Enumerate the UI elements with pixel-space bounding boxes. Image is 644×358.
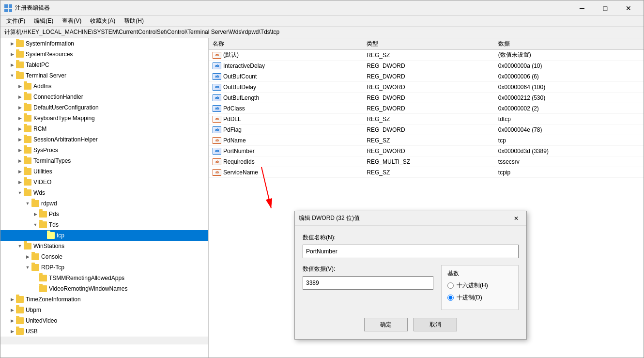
svg-rect-3 (9, 9, 12, 12)
tree-item-USB[interactable]: USB (0, 326, 208, 337)
ok-button[interactable]: 确定 (364, 318, 408, 331)
tree-item-SessionArbitrationHelper[interactable]: SessionArbitrationHelper (0, 134, 208, 145)
folder-icon-KeyboardTypeMapping (24, 115, 31, 122)
tree-label-WinStations: WinStations (33, 243, 64, 249)
close-button[interactable]: ✕ (617, 0, 640, 16)
expand-arrow-TerminalServer[interactable] (8, 72, 16, 79)
menu-edit[interactable]: 编辑(E) (30, 16, 57, 27)
cell-data-1: 0x0000000a (10) (494, 61, 644, 71)
tree-item-RCM[interactable]: RCM (0, 124, 208, 134)
menu-file[interactable]: 文件(F) (2, 16, 29, 27)
table-row[interactable]: abPdClassREG_DWORD0x00000002 (2) (209, 103, 644, 114)
tree-label-SysProcs: SysProcs (33, 147, 58, 154)
expand-arrow-ConnectionHandler[interactable] (16, 93, 24, 101)
table-row[interactable]: ab(默认)REG_SZ(数值未设置) (209, 50, 644, 61)
tree-item-SystemInformation[interactable]: SystemInformation (0, 38, 208, 49)
expand-arrow-Ubpm[interactable] (8, 306, 16, 314)
dec-radio-label[interactable]: 十进制(D) (447, 294, 512, 302)
table-row[interactable]: abPdDLLREG_SZtdtcp (209, 114, 644, 125)
expand-arrow-TimeZoneInformation[interactable] (8, 296, 16, 303)
tree-item-rdpwd[interactable]: rdpwd (0, 198, 208, 209)
dialog-close-button[interactable]: ✕ (510, 213, 522, 224)
tree-item-Wds[interactable]: Wds (0, 187, 208, 198)
expand-arrow-Console[interactable] (24, 253, 31, 261)
expand-arrow-WinStations[interactable] (16, 242, 24, 250)
cell-type-9: REG_DWORD (363, 146, 494, 156)
tree-item-Tds[interactable]: Tds (0, 219, 208, 230)
menu-favorites[interactable]: 收藏夹(A) (86, 16, 119, 27)
tree-item-Ubpm[interactable]: Ubpm (0, 305, 208, 315)
tree-item-tcp[interactable]: tcp (0, 230, 208, 241)
expand-arrow-UnitedVideo[interactable] (8, 317, 16, 325)
tree-item-DefaultUserConfiguration[interactable]: DefaultUserConfiguration (0, 102, 208, 113)
table-row[interactable]: abInteractiveDelayREG_DWORD0x0000000a (1… (209, 61, 644, 71)
table-row[interactable]: abOutBufLengthREG_DWORD0x00000212 (530) (209, 93, 644, 103)
minimize-button[interactable]: ─ (571, 0, 593, 16)
registry-tree[interactable]: SystemInformationSystemResourcesTabletPC… (0, 38, 209, 358)
tree-item-Console[interactable]: Console (0, 251, 208, 262)
tree-item-SystemResources[interactable]: SystemResources (0, 49, 208, 60)
tree-item-TerminalTypes[interactable]: TerminalTypes (0, 156, 208, 166)
folder-icon-DefaultUserConfiguration (24, 104, 31, 111)
cell-name-2: abOutBufCount (209, 71, 363, 82)
expand-arrow-DefaultUserConfiguration[interactable] (16, 104, 24, 111)
tree-item-VideoRemotingWindowNames[interactable]: VideoRemotingWindowNames (0, 283, 208, 294)
name-text: PdDLL (223, 116, 241, 123)
tree-label-Wds: Wds (33, 189, 45, 196)
value-input[interactable] (303, 276, 433, 290)
cancel-button[interactable]: 取消 (414, 318, 457, 331)
table-row[interactable]: abRequiredIdsREG_MULTI_SZtssecsrv (209, 156, 644, 167)
expand-arrow-RDP-Tcp[interactable] (24, 264, 31, 271)
expand-arrow-rdpwd[interactable] (24, 200, 31, 207)
expand-arrow-SystemResources[interactable] (8, 50, 16, 58)
menu-view[interactable]: 查看(V) (58, 16, 85, 27)
dec-radio[interactable] (447, 295, 454, 301)
tree-item-SysProcs[interactable]: SysProcs (0, 145, 208, 156)
tree-item-UnitedVideo[interactable]: UnitedVideo (0, 315, 208, 326)
tree-item-VIDEO[interactable]: VIDEO (0, 177, 208, 187)
expand-arrow-VIDEO[interactable] (16, 178, 24, 186)
name-text: PdName (223, 137, 246, 144)
tree-item-TimeZoneInformation[interactable]: TimeZoneInformation (0, 294, 208, 305)
table-row[interactable]: abServiceNameREG_SZtcpip (209, 167, 644, 178)
tree-item-Pds[interactable]: Pds (0, 209, 208, 219)
expand-arrow-SessionArbitrationHelper[interactable] (16, 136, 24, 143)
tree-item-TerminalServer[interactable]: Terminal Server (0, 70, 208, 81)
hex-radio-label[interactable]: 十六进制(H) (447, 281, 512, 290)
tree-item-WinStations[interactable]: WinStations (0, 241, 208, 251)
tree-item-TSMMRemotingAllowedApps[interactable]: TSMMRemotingAllowedApps (0, 273, 208, 283)
expand-arrow-TabletPC[interactable] (8, 61, 16, 69)
table-row[interactable]: abOutBufCountREG_DWORD0x00000006 (6) (209, 71, 644, 82)
dword-dialog[interactable]: 编辑 DWORD (32 位)值 ✕ 数值名称(N): 数值数据(V): 基数 … (294, 211, 527, 340)
tree-item-ConnectionHandler[interactable]: ConnectionHandler (0, 92, 208, 102)
hex-radio[interactable] (447, 282, 454, 289)
tree-item-KeyboardTypeMapping[interactable]: KeyboardType Mapping (0, 113, 208, 124)
name-input[interactable] (303, 245, 519, 258)
expand-arrow-SystemInformation[interactable] (8, 40, 16, 47)
horizontal-scrollbar[interactable] (0, 337, 208, 344)
breadcrumb-text: 计算机\HKEY_LOCAL_MACHINE\SYSTEM\CurrentCon… (4, 28, 279, 36)
table-row[interactable]: abPdFlagREG_DWORD0x0000004e (78) (209, 125, 644, 135)
tree-item-RDP-Tcp[interactable]: RDP-Tcp (0, 262, 208, 273)
table-row[interactable]: abPdNameREG_SZtcp (209, 135, 644, 146)
expand-arrow-Pds[interactable] (31, 210, 39, 218)
expand-arrow-RCM[interactable] (16, 125, 24, 133)
expand-arrow-tcp (39, 232, 47, 239)
dialog-title-bar: 编辑 DWORD (32 位)值 ✕ (295, 211, 526, 226)
table-row[interactable]: abOutBufDelayREG_DWORD0x00000064 (100) (209, 82, 644, 93)
maximize-button[interactable]: □ (594, 0, 616, 16)
table-row[interactable]: abPortNumberREG_DWORD0x00000d3d (3389) (209, 146, 644, 156)
tree-item-AddIns[interactable]: AddIns (0, 81, 208, 92)
expand-arrow-Utilities[interactable] (16, 168, 24, 175)
expand-arrow-SysProcs[interactable] (16, 146, 24, 154)
expand-arrow-Tds[interactable] (31, 221, 39, 229)
menu-help[interactable]: 帮助(H) (120, 16, 148, 27)
expand-arrow-TerminalTypes[interactable] (16, 157, 24, 165)
expand-arrow-Wds[interactable] (16, 189, 24, 197)
tree-item-TabletPC[interactable]: TabletPC (0, 60, 208, 70)
expand-arrow-USB[interactable] (8, 327, 16, 335)
expand-arrow-KeyboardTypeMapping[interactable] (16, 114, 24, 122)
title-bar-left: 注册表编辑器 (4, 4, 50, 12)
expand-arrow-AddIns[interactable] (16, 82, 24, 90)
tree-item-Utilities[interactable]: Utilities (0, 166, 208, 177)
